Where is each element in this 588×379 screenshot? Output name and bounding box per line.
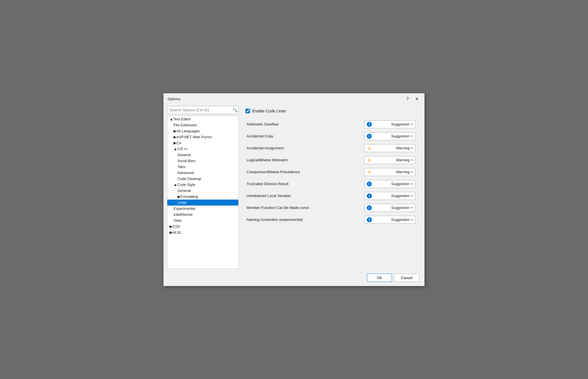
right-panel: Enable Code Linter Arithmetic OverflowiS… bbox=[240, 106, 422, 269]
dropdown-value: Suggestion bbox=[374, 217, 410, 222]
option-dropdown-cell: iSuggestion▾ bbox=[339, 118, 416, 130]
options-dialog: Options ? ✕ 🔍 ▲Text EditorFile Extension… bbox=[163, 93, 425, 286]
tree-item-text-editor[interactable]: ▲Text Editor bbox=[167, 116, 238, 122]
tree-container: ▲Text EditorFile Extension▶All Languages… bbox=[167, 116, 239, 269]
tree-item-cpp-codecleanup[interactable]: Code Cleanup bbox=[167, 176, 238, 182]
ok-button[interactable]: OK bbox=[367, 274, 392, 282]
option-row: Accidental Assignment⚠Warning▾ bbox=[245, 142, 416, 154]
option-dropdown[interactable]: iSuggestion▾ bbox=[364, 192, 415, 200]
warning-icon: ⚠ bbox=[367, 169, 372, 175]
info-icon: i bbox=[367, 181, 372, 187]
option-name: Logical/Bitwise Mismatch bbox=[245, 154, 339, 166]
option-row: Member Function Can Be Made constiSugges… bbox=[245, 202, 416, 214]
option-row: Comparison/Bitwise Precedence⚠Warning▾ bbox=[245, 166, 416, 178]
option-dropdown-cell: iSuggestion▾ bbox=[339, 214, 416, 226]
dropdown-value: Suggestion bbox=[374, 122, 410, 126]
dialog-body: 🔍 ▲Text EditorFile Extension▶All Languag… bbox=[164, 104, 424, 271]
option-dropdown[interactable]: ⚠Warning▾ bbox=[364, 144, 415, 152]
option-name: Comparison/Bitwise Precedence bbox=[245, 166, 339, 178]
info-icon: i bbox=[367, 205, 372, 210]
tree-item-cpp-scrollbars[interactable]: Scroll Bars bbox=[167, 158, 238, 164]
title-bar: Options ? ✕ bbox=[164, 93, 424, 104]
search-input[interactable] bbox=[167, 106, 239, 114]
option-dropdown-cell: ⚠Warning▾ bbox=[339, 154, 416, 166]
option-row: Truncated Division ResultiSuggestion▾ bbox=[245, 178, 416, 190]
tree-item-cs-formatting[interactable]: ▶Formatting bbox=[167, 194, 238, 200]
search-box-wrap: 🔍 bbox=[166, 106, 240, 114]
option-dropdown[interactable]: iSuggestion▾ bbox=[364, 132, 415, 140]
tree-item-cs-intellisense[interactable]: IntelliSense bbox=[167, 212, 238, 217]
option-row: Naming convention (experimental)iSuggest… bbox=[245, 214, 416, 226]
dialog-footer: OK Cancel bbox=[164, 271, 424, 286]
option-dropdown[interactable]: iSuggestion▾ bbox=[364, 204, 415, 212]
tree-item-cs-linter[interactable]: Linter bbox=[167, 200, 238, 206]
option-name: Arithmetic Overflow bbox=[245, 118, 339, 130]
option-name: Member Function Can Be Made const bbox=[245, 202, 339, 214]
tree-item-code-style[interactable]: ▲Code Style bbox=[167, 182, 238, 188]
tree-item-file-extension[interactable]: File Extension bbox=[167, 122, 238, 128]
option-dropdown-cell: iSuggestion▾ bbox=[339, 202, 416, 214]
tree-item-cs-experimental[interactable]: Experimental bbox=[167, 206, 238, 212]
enable-linter-row: Enable Code Linter bbox=[245, 109, 416, 113]
option-name: Naming convention (experimental) bbox=[245, 214, 339, 226]
option-row: Uninitialized Local VariableiSuggestion▾ bbox=[245, 190, 416, 202]
chevron-down-icon: ▾ bbox=[411, 194, 413, 197]
warning-icon: ⚠ bbox=[367, 146, 372, 151]
dropdown-value: Warning bbox=[374, 170, 410, 174]
close-button[interactable]: ✕ bbox=[413, 96, 420, 102]
option-name: Accidental Copy bbox=[245, 130, 339, 142]
cancel-button[interactable]: Cancel bbox=[394, 274, 419, 282]
option-dropdown[interactable]: iSuggestion▾ bbox=[364, 180, 415, 188]
dropdown-value: Suggestion bbox=[374, 182, 410, 186]
option-row: Accidental CopyiSuggestion▾ bbox=[245, 130, 416, 142]
enable-linter-checkbox[interactable] bbox=[245, 109, 250, 113]
left-panel: 🔍 ▲Text EditorFile Extension▶All Languag… bbox=[166, 106, 240, 269]
tree-item-cpp-advanced[interactable]: Advanced bbox=[167, 170, 238, 176]
dropdown-value: Warning bbox=[374, 158, 410, 162]
chevron-down-icon: ▾ bbox=[411, 206, 413, 209]
option-dropdown[interactable]: iSuggestion▾ bbox=[364, 120, 415, 128]
chevron-down-icon: ▾ bbox=[411, 218, 413, 221]
info-icon: i bbox=[367, 193, 372, 198]
tree-item-cpp-tabs[interactable]: Tabs bbox=[167, 164, 238, 170]
chevron-down-icon: ▾ bbox=[411, 158, 413, 162]
option-dropdown[interactable]: ⚠Warning▾ bbox=[364, 156, 415, 164]
option-dropdown-cell: iSuggestion▾ bbox=[339, 190, 416, 202]
help-button[interactable]: ? bbox=[404, 96, 410, 102]
option-dropdown-cell: iSuggestion▾ bbox=[339, 178, 416, 190]
search-icon[interactable]: 🔍 bbox=[233, 108, 237, 112]
dropdown-value: Warning bbox=[374, 146, 410, 150]
info-icon: i bbox=[367, 122, 372, 127]
tree-item-cs-general[interactable]: General bbox=[167, 188, 238, 194]
option-row: Arithmetic OverflowiSuggestion▾ bbox=[245, 118, 416, 130]
option-dropdown[interactable]: ⚠Warning▾ bbox=[364, 168, 415, 176]
option-row: Logical/Bitwise Mismatch⚠Warning▾ bbox=[245, 154, 416, 166]
option-dropdown-cell: iSuggestion▾ bbox=[339, 130, 416, 142]
tree-item-cs-view[interactable]: View bbox=[167, 217, 238, 223]
chevron-down-icon: ▾ bbox=[411, 135, 413, 138]
warning-icon: ⚠ bbox=[367, 158, 372, 163]
linter-options-table: Arithmetic OverflowiSuggestion▾Accidenta… bbox=[245, 118, 416, 226]
option-name: Uninitialized Local Variable bbox=[245, 190, 339, 202]
info-icon: i bbox=[367, 217, 372, 222]
option-name: Truncated Division Result bbox=[245, 178, 339, 190]
tree-item-csharp[interactable]: ▶C# bbox=[167, 140, 238, 146]
option-dropdown-cell: ⚠Warning▾ bbox=[339, 166, 416, 178]
tree-item-all-languages[interactable]: ▶All Languages bbox=[167, 128, 238, 134]
dropdown-value: Suggestion bbox=[374, 206, 410, 210]
title-bar-actions: ? ✕ bbox=[404, 96, 420, 102]
option-dropdown[interactable]: iSuggestion▾ bbox=[364, 216, 415, 224]
dropdown-value: Suggestion bbox=[374, 134, 410, 138]
option-name: Accidental Assignment bbox=[245, 142, 339, 154]
chevron-down-icon: ▾ bbox=[411, 170, 413, 173]
tree-item-cpp-general[interactable]: General bbox=[167, 152, 238, 158]
option-dropdown-cell: ⚠Warning▾ bbox=[339, 142, 416, 154]
dropdown-value: Suggestion bbox=[374, 194, 410, 198]
tree-item-aspnet[interactable]: ▶ASP.NET Web Forms bbox=[167, 134, 238, 140]
enable-linter-label: Enable Code Linter bbox=[252, 109, 286, 113]
chevron-down-icon: ▾ bbox=[411, 182, 413, 185]
tree-item-css[interactable]: ▶CSS bbox=[167, 223, 238, 229]
chevron-down-icon: ▾ bbox=[411, 123, 413, 126]
tree-item-hlsl[interactable]: ▶HLSL bbox=[167, 229, 238, 235]
tree-item-cpp[interactable]: ▲C/C++ bbox=[167, 146, 238, 152]
